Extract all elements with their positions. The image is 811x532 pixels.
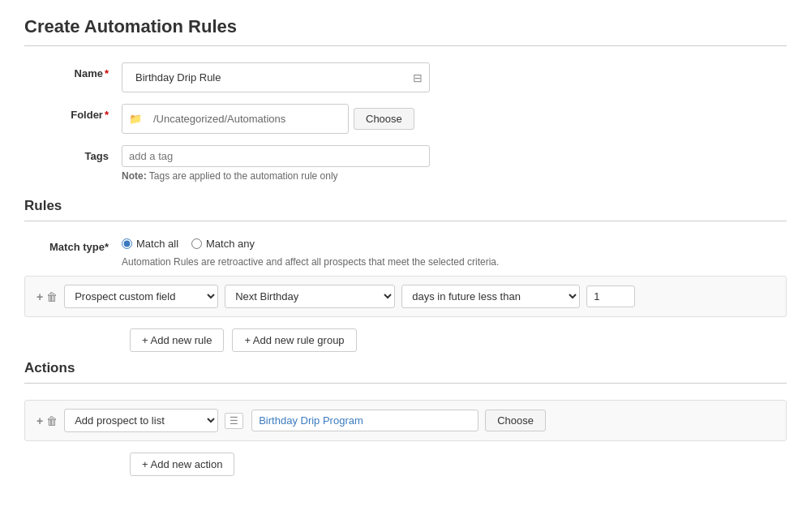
folder-row: Folder* 📁 Choose — [24, 104, 787, 134]
folder-icon: 📁 — [129, 113, 142, 125]
action-row: + 🗑 Add prospect to list Remove prospect… — [24, 400, 787, 441]
match-all-option[interactable]: Match all — [122, 238, 178, 250]
name-label: Name* — [24, 62, 122, 79]
match-type-label: Match type* — [24, 238, 122, 253]
add-new-rule-group-button[interactable]: + Add new rule group — [232, 328, 356, 352]
rules-section-header: Rules — [24, 198, 787, 214]
rule-icons: + 🗑 — [36, 290, 58, 303]
add-rule-icon[interactable]: + — [36, 290, 43, 303]
folder-input[interactable] — [147, 109, 341, 129]
action-icons: + 🗑 — [36, 414, 58, 427]
folder-control-group: 📁 Choose — [122, 104, 787, 134]
folder-label: Folder* — [24, 104, 122, 121]
folder-input-wrapper: 📁 — [122, 104, 349, 134]
delete-rule-icon[interactable]: 🗑 — [46, 290, 58, 303]
match-all-radio[interactable] — [122, 238, 132, 249]
tags-control-group: Note: Tags are applied to the automation… — [122, 145, 787, 182]
actions-divider — [24, 383, 787, 384]
list-icon: ☰ — [225, 413, 243, 429]
match-any-option[interactable]: Match any — [191, 238, 255, 250]
document-icon: ⊟ — [413, 71, 423, 84]
add-new-action-button[interactable]: + Add new action — [130, 453, 234, 476]
page-container: Create Automation Rules Name* ⊟ Folder* … — [0, 0, 811, 492]
name-input[interactable] — [129, 67, 410, 88]
delete-action-icon[interactable]: 🗑 — [46, 414, 58, 427]
form-section: Name* ⊟ Folder* 📁 Choose — [24, 62, 787, 182]
name-row: Name* ⊟ — [24, 62, 787, 92]
header-divider — [24, 45, 787, 46]
list-value-input[interactable] — [251, 410, 478, 431]
actions-section-header: Actions — [24, 360, 787, 376]
folder-choose-button[interactable]: Choose — [354, 108, 414, 130]
action-type-select[interactable]: Add prospect to list Remove prospect fro… — [64, 409, 218, 432]
name-control-group: ⊟ — [122, 62, 787, 92]
match-type-row: Match type* Match all Match any Automati… — [24, 238, 787, 268]
tags-input[interactable] — [122, 145, 430, 167]
add-new-rule-button[interactable]: + Add new rule — [130, 328, 224, 352]
rules-divider — [24, 221, 787, 221]
match-type-options: Match all Match any Automation Rules are… — [122, 238, 499, 268]
add-action-icon[interactable]: + — [36, 414, 43, 427]
page-title: Create Automation Rules — [24, 16, 787, 37]
rule-field-select[interactable]: Prospect custom field Email Name List — [64, 285, 218, 308]
radio-group: Match all Match any — [122, 238, 499, 250]
rule-operator-select[interactable]: days in future less than days in future … — [401, 285, 580, 308]
rule-value-input[interactable] — [586, 285, 635, 307]
actions-section: Actions + 🗑 Add prospect to list Remove … — [24, 360, 787, 476]
rule-row: + 🗑 Prospect custom field Email Name Lis… — [24, 276, 787, 317]
add-action-buttons: + Add new action — [130, 453, 787, 476]
tags-note: Note: Tags are applied to the automation… — [122, 170, 430, 182]
name-input-wrapper: ⊟ — [122, 62, 430, 92]
tags-label: Tags — [24, 145, 122, 162]
add-rule-buttons: + Add new rule + Add new rule group — [130, 328, 787, 352]
rule-condition-select[interactable]: Next Birthday Last Birthday Custom Date — [225, 285, 395, 308]
match-any-radio[interactable] — [191, 238, 202, 249]
tags-row: Tags Note: Tags are applied to the autom… — [24, 145, 787, 182]
match-note: Automation Rules are retroactive and aff… — [122, 256, 499, 268]
action-choose-button[interactable]: Choose — [485, 410, 546, 431]
